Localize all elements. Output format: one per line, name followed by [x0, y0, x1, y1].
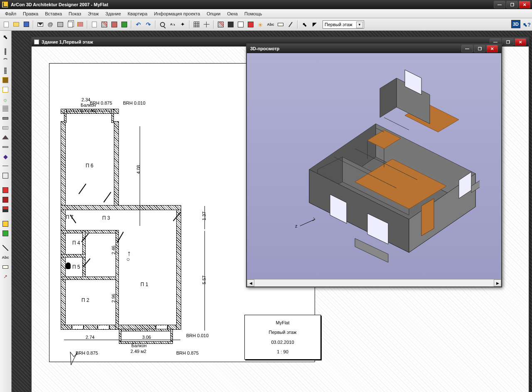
line-tool[interactable]: [1, 162, 10, 170]
attach-button[interactable]: [76, 20, 85, 29]
mixed-tool[interactable]: [1, 205, 10, 213]
skylight-tool[interactable]: ☼: [1, 95, 10, 103]
menu-windows[interactable]: Окна: [224, 10, 241, 17]
hatch-red-icon: [218, 22, 224, 27]
minimize-button[interactable]: —: [494, 1, 505, 8]
mode-3d-label: 3D: [513, 22, 519, 27]
measure-tool[interactable]: [1, 262, 10, 271]
menu-file[interactable]: Файл: [2, 10, 20, 17]
preview-minimize-button[interactable]: —: [461, 45, 473, 52]
select-button[interactable]: ⬉: [300, 20, 309, 29]
zoom-text-button[interactable]: A:₁: [168, 20, 177, 29]
preview-scrollbar[interactable]: ◀ ▶: [247, 279, 501, 287]
slab-tool[interactable]: [1, 114, 10, 122]
menu-project-info[interactable]: Информация проекта: [151, 10, 204, 17]
preview-viewport[interactable]: z: [247, 53, 501, 279]
at-button[interactable]: @: [46, 20, 55, 29]
redo-button[interactable]: ↷: [144, 20, 153, 29]
doc-close-button[interactable]: ✕: [515, 38, 526, 46]
menu-help[interactable]: Помощь: [241, 10, 266, 17]
yellow-tool[interactable]: [1, 219, 10, 228]
pointer-tool[interactable]: ⬉: [1, 32, 10, 41]
new-button[interactable]: [2, 20, 11, 29]
doc-button[interactable]: [90, 20, 99, 29]
column-tool[interactable]: [1, 66, 10, 75]
undo-button[interactable]: ↶: [134, 20, 143, 29]
compass-button[interactable]: ✦: [178, 20, 187, 29]
green-tool[interactable]: [1, 229, 10, 238]
compass-icon: ✦: [180, 21, 185, 27]
balcony-label: Балкон: [131, 343, 147, 348]
preview-maximize-button[interactable]: ❐: [474, 45, 485, 52]
scroll-right-button[interactable]: ▶: [494, 279, 501, 287]
line-icon: [2, 166, 8, 166]
select-icon: ⬉: [302, 21, 307, 28]
red-tool[interactable]: [1, 186, 10, 194]
dim-label: 3.06: [142, 335, 151, 340]
text-button[interactable]: Abc: [266, 20, 275, 29]
grid-red-icon: [101, 22, 107, 27]
red2-tool[interactable]: [1, 195, 10, 204]
balcony-label: Балкон: [81, 103, 96, 108]
compass2-tool[interactable]: ↗: [1, 272, 10, 281]
wand-button[interactable]: [286, 20, 295, 29]
wall-tool[interactable]: [1, 47, 10, 56]
menu-edit[interactable]: Правка: [20, 10, 42, 17]
stairs-icon: [2, 106, 8, 112]
subtract-button[interactable]: [120, 20, 129, 29]
menu-options[interactable]: Опции: [203, 10, 224, 17]
lines-red-button[interactable]: [246, 20, 255, 29]
brh-label: BRH 0.010: [123, 100, 145, 105]
print-button[interactable]: [56, 20, 65, 29]
doc-maximize-button[interactable]: ❐: [502, 38, 514, 46]
floor-name: Первый этаж: [269, 330, 297, 335]
floor-selector[interactable]: Первый этаж: [323, 20, 364, 29]
crosshair-button[interactable]: [202, 20, 211, 29]
context-help-button[interactable]: ⬉?: [521, 20, 530, 29]
maximize-button[interactable]: ❐: [506, 1, 518, 8]
door-tool[interactable]: [1, 76, 10, 84]
scroll-track[interactable]: [254, 279, 494, 287]
window-tool[interactable]: [1, 85, 10, 94]
grid-button[interactable]: [192, 20, 201, 29]
open-button[interactable]: [12, 20, 21, 29]
scroll-left-button[interactable]: ◀: [247, 279, 254, 287]
menu-floor[interactable]: Этаж: [84, 10, 102, 17]
roof-tool[interactable]: [1, 133, 10, 142]
hatch-red-button[interactable]: [216, 20, 225, 29]
zoom-button[interactable]: [158, 20, 167, 29]
menu-building[interactable]: Здание: [102, 10, 125, 17]
app-title-bar: ArCon 3D Architektur Designer 2007 - MyF…: [0, 0, 532, 9]
marker-button[interactable]: ◤: [310, 20, 319, 29]
mail-button[interactable]: [36, 20, 45, 29]
rect-tool[interactable]: [1, 171, 10, 180]
red-icon: [2, 187, 8, 193]
beam-tool[interactable]: [1, 142, 10, 151]
preview-close-button[interactable]: ✕: [486, 45, 498, 52]
abc-tool[interactable]: Abc: [1, 253, 10, 262]
menu-insert[interactable]: Вставка: [42, 10, 65, 17]
hatch-black-button[interactable]: [226, 20, 235, 29]
mode-3d-button[interactable]: 3D: [511, 20, 520, 28]
menu-apartment[interactable]: Квартира: [124, 10, 151, 17]
compass2-icon: ↗: [3, 274, 7, 279]
menu-view[interactable]: Показ: [65, 10, 84, 17]
dimension-button[interactable]: [276, 20, 285, 29]
stairs-tool[interactable]: [1, 104, 10, 113]
balcony-tool[interactable]: [1, 123, 10, 132]
diag-tool[interactable]: [1, 243, 10, 252]
brh-label: BRH 0.875: [176, 350, 199, 355]
combine-button[interactable]: [110, 20, 119, 29]
sun-button[interactable]: ☀: [256, 20, 265, 29]
grid-red-button[interactable]: [100, 20, 109, 29]
close-button[interactable]: ✕: [519, 1, 530, 8]
object-tool[interactable]: ◆: [1, 152, 10, 161]
preview-title-bar[interactable]: 3D-просмотр — ❐ ✕: [247, 44, 501, 53]
preview-title: 3D-просмотр: [250, 46, 461, 51]
lines-white-button[interactable]: [236, 20, 245, 29]
save-button[interactable]: [22, 20, 31, 29]
menu-bar: Файл Правка Вставка Показ Этаж Здание Кв…: [0, 9, 532, 18]
room-label: П 6: [86, 163, 94, 169]
arc-tool[interactable]: [1, 56, 10, 65]
copy-button[interactable]: [66, 20, 75, 29]
